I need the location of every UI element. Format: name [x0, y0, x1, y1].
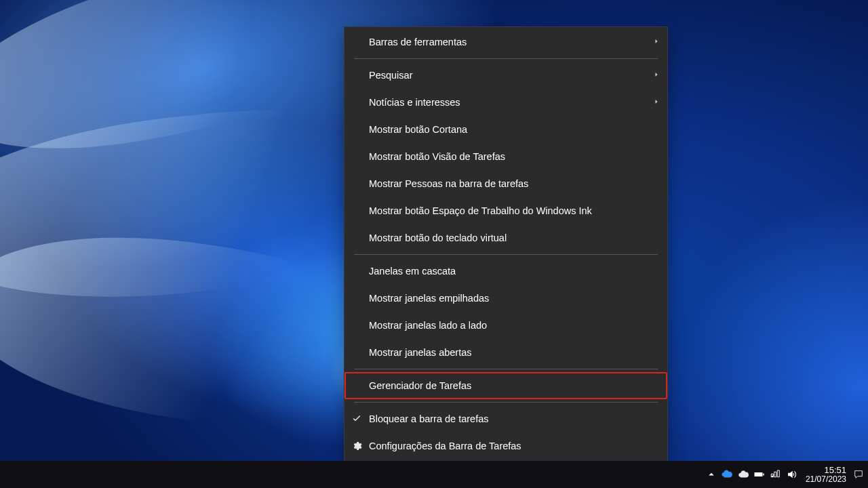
menu-label: Pesquisar	[369, 70, 667, 81]
menu-item-task-manager[interactable]: Gerenciador de Tarefas	[344, 372, 667, 399]
action-center-button[interactable]	[852, 461, 864, 488]
chevron-right-icon	[652, 70, 660, 81]
menu-item-lock-taskbar[interactable]: Bloquear a barra de tarefas	[344, 405, 667, 432]
menu-separator	[354, 402, 658, 403]
taskbar-context-menu: Barras de ferramentas Pesquisar Notícias…	[344, 26, 668, 461]
svg-rect-1	[772, 476, 773, 477]
network-icon[interactable]	[768, 461, 784, 488]
menu-item-taskbar-settings[interactable]: Configurações da Barra de Tarefas	[344, 432, 667, 460]
menu-label: Mostrar janelas lado a lado	[369, 320, 667, 331]
menu-item-show-touch-keyboard[interactable]: Mostrar botão do teclado virtual	[344, 224, 667, 251]
clock-date: 21/07/2023	[806, 475, 846, 484]
gear-icon	[344, 441, 369, 451]
tray-overflow-button[interactable]	[704, 461, 719, 488]
system-tray: 15:51 21/07/2023	[704, 461, 868, 488]
battery-icon[interactable]	[751, 461, 768, 488]
menu-label: Mostrar botão do teclado virtual	[369, 232, 667, 243]
menu-label: Gerenciador de Tarefas	[369, 380, 667, 391]
menu-label: Barras de ferramentas	[369, 37, 667, 47]
menu-item-show-taskview[interactable]: Mostrar botão Visão de Tarefas	[344, 143, 667, 170]
menu-label: Notícias e interesses	[369, 97, 667, 108]
menu-label: Mostrar janelas abertas	[369, 347, 667, 358]
menu-item-cascade-windows[interactable]: Janelas em cascata	[344, 258, 667, 285]
menu-item-show-cortana[interactable]: Mostrar botão Cortana	[344, 116, 667, 143]
menu-label: Configurações da Barra de Tarefas	[369, 441, 667, 451]
menu-label: Mostrar botão Visão de Tarefas	[369, 151, 667, 162]
menu-item-news-interests[interactable]: Notícias e interesses	[344, 89, 667, 116]
onedrive-icon[interactable]	[719, 461, 735, 488]
menu-item-show-people[interactable]: Mostrar Pessoas na barra de tarefas	[344, 170, 667, 197]
chevron-right-icon	[652, 97, 660, 108]
menu-label: Bloquear a barra de tarefas	[369, 413, 667, 424]
menu-label: Mostrar botão Cortana	[369, 124, 667, 135]
check-icon	[344, 413, 369, 424]
menu-item-search[interactable]: Pesquisar	[344, 62, 667, 89]
menu-item-toolbars[interactable]: Barras de ferramentas	[344, 28, 667, 56]
svg-rect-0	[755, 473, 762, 476]
clock-time: 15:51	[806, 466, 846, 475]
menu-separator	[354, 254, 658, 255]
menu-item-show-ink-workspace[interactable]: Mostrar botão Espaço de Trabalho do Wind…	[344, 197, 667, 224]
menu-item-show-side-by-side[interactable]: Mostrar janelas lado a lado	[344, 312, 667, 339]
taskbar-clock[interactable]: 15:51 21/07/2023	[800, 466, 852, 483]
menu-separator	[354, 58, 658, 59]
volume-icon[interactable]	[784, 461, 800, 488]
weather-icon[interactable]	[735, 461, 751, 488]
menu-label: Mostrar janelas empilhadas	[369, 293, 667, 304]
menu-label: Mostrar Pessoas na barra de tarefas	[369, 178, 667, 189]
menu-item-show-open-windows[interactable]: Mostrar janelas abertas	[344, 339, 667, 366]
taskbar[interactable]: 15:51 21/07/2023	[0, 461, 868, 488]
menu-item-show-stacked[interactable]: Mostrar janelas empilhadas	[344, 285, 667, 312]
menu-label: Mostrar botão Espaço de Trabalho do Wind…	[369, 205, 667, 216]
menu-label: Janelas em cascata	[369, 266, 667, 277]
menu-separator	[354, 369, 658, 369]
chevron-right-icon	[652, 37, 660, 47]
